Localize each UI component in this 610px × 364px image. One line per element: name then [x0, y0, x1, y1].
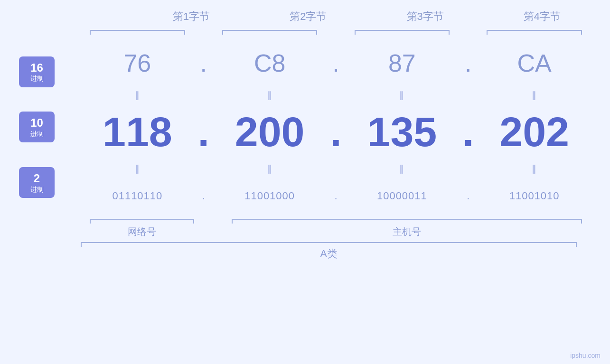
bin-dot-3: .: [459, 190, 478, 202]
bracket-byte4: [478, 26, 591, 35]
bracket-byte3: [346, 26, 459, 35]
byte2-header: 第2字节: [259, 9, 357, 24]
top-brackets: [19, 26, 591, 35]
eq-4: ‖: [478, 90, 591, 101]
eq-row-dec-bin: ‖ ‖ ‖ ‖: [81, 160, 591, 177]
binary-badge: 2 进制: [19, 167, 55, 198]
network-bracket-line: [90, 219, 194, 220]
segment-brackets: 网络号 主机号: [19, 217, 591, 238]
bin-dot-1: .: [194, 190, 213, 202]
eq-1: ‖: [81, 90, 194, 101]
dec-dot-2: .: [327, 108, 346, 156]
class-bracket-line: [81, 242, 577, 243]
hex-row: 76 . C8 . 87 . CA: [81, 39, 591, 87]
bracket-byte2: [213, 26, 327, 35]
dec-val-4: 202: [478, 108, 591, 156]
main-container: 第1字节 第2字节 第3字节 第4字节: [0, 0, 610, 364]
byte1-header: 第1字节: [142, 9, 240, 24]
eq-b4: ‖: [478, 164, 591, 174]
hex-badge: 16 进制: [19, 56, 55, 87]
eq-2: ‖: [213, 90, 327, 101]
host-section: 主机号: [223, 217, 591, 238]
sep1: [204, 217, 223, 238]
bin-val-3: 10000011: [346, 190, 459, 202]
eq-row-hex-dec: ‖ ‖ ‖ ‖: [81, 87, 591, 103]
dec-val-2: 200: [213, 108, 327, 156]
dot-3: .: [459, 49, 478, 77]
byte3-header: 第3字节: [376, 9, 474, 24]
base-labels: 16 进制 10 进制 2 进制: [19, 39, 81, 215]
bracket-byte1: [81, 26, 194, 35]
class-label: A类: [320, 248, 338, 260]
byte4-header: 第4字节: [493, 9, 591, 24]
decimal-row: 118 . 200 . 135 . 202: [81, 103, 591, 160]
dot-2: .: [327, 49, 346, 77]
bin-val-4: 11001010: [478, 190, 591, 202]
eq-3: ‖: [346, 90, 459, 101]
hex-val-1: 76: [81, 49, 194, 77]
dec-val-3: 135: [346, 108, 459, 156]
byte-headers-row: 第1字节 第2字节 第3字节 第4字节: [19, 9, 591, 24]
dec-dot-3: .: [459, 108, 478, 156]
bin-val-2: 11001000: [213, 190, 327, 202]
network-section: 网络号: [81, 217, 204, 238]
eq-b2: ‖: [213, 164, 327, 174]
values-grid: 76 . C8 . 87 . CA ‖ ‖: [81, 39, 591, 215]
hex-val-2: C8: [213, 49, 327, 77]
dec-dot-1: .: [194, 108, 213, 156]
eq-b1: ‖: [81, 164, 194, 174]
hex-val-4: CA: [478, 49, 591, 77]
main-grid: 16 进制 10 进制 2 进制 76 . C8: [19, 39, 591, 215]
watermark: ipshu.com: [570, 352, 601, 359]
dot-1: .: [194, 49, 213, 77]
network-label: 网络号: [128, 225, 156, 238]
host-bracket-line: [232, 219, 582, 220]
eq-b3: ‖: [346, 164, 459, 174]
bin-val-1: 01110110: [81, 190, 194, 202]
bin-dot-2: .: [327, 190, 346, 202]
dec-val-1: 118: [81, 108, 194, 156]
host-label: 主机号: [393, 225, 421, 238]
binary-row: 01110110 . 11001000 . 10000011 . 1100101…: [81, 177, 591, 215]
class-section: A类: [19, 242, 591, 261]
hex-val-3: 87: [346, 49, 459, 77]
decimal-badge: 10 进制: [19, 112, 55, 142]
